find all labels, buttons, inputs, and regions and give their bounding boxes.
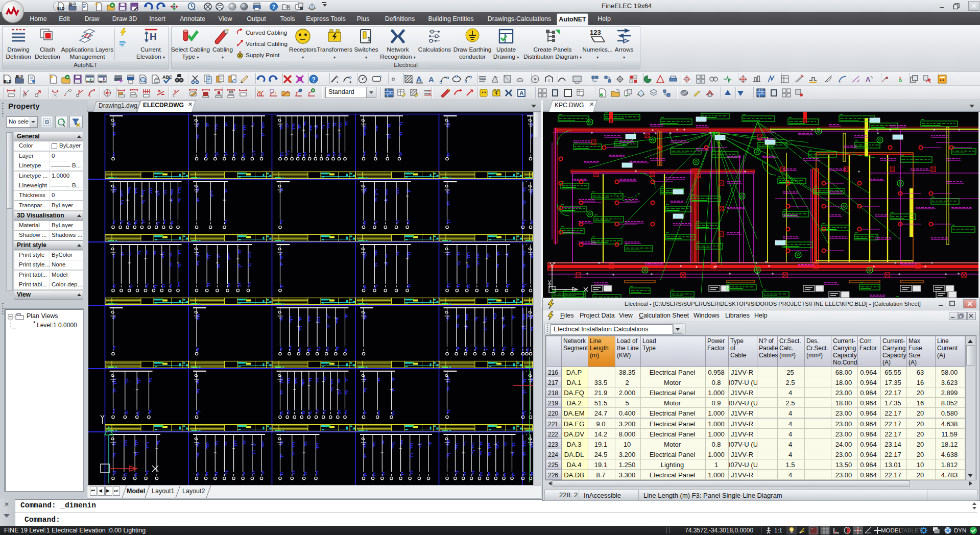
svg-text:A: A: [519, 90, 524, 97]
svg-text:A: A: [416, 75, 422, 83]
svg-text:H: H: [150, 31, 157, 42]
svg-text:?: ?: [272, 4, 276, 10]
svg-text:123: 123: [590, 29, 601, 36]
svg-text:BLD: BLD: [4, 79, 12, 84]
svg-text:ABC: ABC: [162, 75, 172, 80]
svg-text:RCIS: RCIS: [99, 80, 107, 84]
svg-text:?: ?: [312, 76, 316, 83]
svg-text:1: 1: [367, 36, 371, 43]
svg-text:i: i: [299, 94, 299, 98]
svg-text:BLD: BLD: [69, 2, 76, 6]
svg-text:BLD: BLD: [57, 7, 64, 10]
svg-text:A: A: [428, 75, 434, 84]
svg-text:BLD: BLD: [16, 75, 23, 78]
svg-text:A: A: [866, 76, 871, 83]
